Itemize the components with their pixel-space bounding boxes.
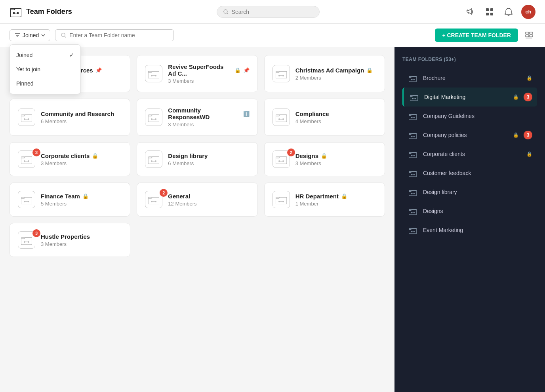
apps-grid-icon[interactable] — [483, 6, 496, 18]
card-info: Community ResponsesWD ℹ️ 3 Members — [168, 107, 249, 127]
panel-item[interactable]: Company Guidelines — [402, 107, 537, 126]
card-badge: 3 — [32, 148, 40, 156]
panel-lock-icon: 🔒 — [513, 132, 519, 138]
cards-area: Human Resources 📌 3 Members Revive Super… — [0, 47, 394, 392]
panel-item[interactable]: Event Marketing — [402, 221, 537, 240]
card-members: 2 Members — [295, 75, 377, 81]
svg-point-46 — [28, 160, 29, 162]
panel-item[interactable]: Designs — [402, 202, 537, 221]
card-title: Community and Research — [41, 110, 122, 117]
megaphone-icon[interactable] — [464, 6, 477, 18]
svg-point-37 — [151, 118, 152, 120]
card-folder-icon — [145, 65, 162, 82]
card-title: Corporate clients 🔒 — [41, 152, 122, 159]
card-folder-icon — [18, 191, 35, 208]
dropdown-item-yet-to-join[interactable]: Yet to join — [10, 62, 80, 76]
search-icon — [223, 9, 229, 15]
panel-folder-icon — [407, 72, 418, 84]
panel-items-list: Brochure 🔒 Digital Marketing 🔒 3 — [402, 69, 537, 240]
panel-item-label: Corporate clients — [423, 151, 522, 157]
panel-item[interactable]: Corporate clients 🔒 — [402, 145, 537, 164]
svg-point-101 — [411, 212, 412, 213]
team-folder-card[interactable]: Community and Research 6 Members — [10, 99, 130, 136]
header: Team Folders — [0, 0, 545, 24]
team-folder-card[interactable]: Finance Team 🔒 5 Members — [10, 183, 130, 217]
svg-point-61 — [151, 201, 152, 202]
panel-badge: 3 — [524, 93, 532, 101]
card-folder-icon: 3 — [18, 150, 35, 168]
panel-item[interactable]: Brochure 🔒 — [402, 69, 537, 88]
filter-dropdown: Joined ✓ Yet to join Pinned — [10, 44, 81, 94]
svg-point-38 — [155, 118, 156, 120]
panel-item-label: Designs — [423, 208, 532, 214]
header-search — [217, 6, 320, 18]
folder-search-input[interactable] — [69, 32, 168, 38]
svg-point-1 — [13, 12, 15, 14]
card-info: Finance Team 🔒 5 Members — [41, 193, 122, 207]
panel-badge: 3 — [524, 131, 532, 139]
team-folder-card[interactable]: 2 Designs 🔒 3 Members — [264, 142, 385, 176]
notifications-icon[interactable] — [502, 6, 515, 18]
panel-lock-icon: 🔒 — [513, 94, 519, 100]
team-folder-card[interactable]: Compliance 4 Members — [264, 99, 385, 136]
svg-point-58 — [28, 201, 29, 202]
svg-point-53 — [278, 160, 280, 162]
svg-point-82 — [414, 117, 415, 118]
header-actions: ch — [464, 5, 535, 19]
card-info: General 12 Members — [168, 193, 249, 207]
view-toggle-button[interactable] — [523, 29, 535, 42]
create-team-folder-button[interactable]: + CREATE TEAM FOLDER — [435, 29, 518, 42]
team-folder-card[interactable]: Revive SuperFoods Ad C... 🔒📌 3 Members — [137, 55, 257, 92]
panel-lock-icon: 🔒 — [526, 151, 532, 157]
dropdown-item-joined[interactable]: Joined ✓ — [10, 48, 80, 62]
team-folders-icon — [10, 6, 22, 18]
dropdown-item-pinned[interactable]: Pinned — [10, 76, 80, 91]
lock-icon: 🔒 — [234, 67, 241, 73]
panel-item[interactable]: Design library — [402, 183, 537, 202]
svg-rect-6 — [486, 8, 489, 11]
svg-point-66 — [282, 201, 284, 202]
card-title: Community ResponsesWD ℹ️ — [168, 107, 249, 120]
filter-button[interactable]: Joined — [10, 29, 50, 41]
panel-item[interactable]: Digital Marketing 🔒 3 — [402, 88, 537, 107]
svg-point-93 — [411, 174, 412, 175]
avatar[interactable]: ch — [521, 5, 535, 19]
team-folder-card[interactable]: 3 Corporate clients 🔒 3 Members — [10, 142, 130, 176]
svg-point-2 — [17, 12, 19, 14]
team-folder-card[interactable]: HR Department 🔒 1 Member — [264, 183, 385, 217]
global-search-input[interactable] — [232, 9, 313, 15]
folder-search-bar[interactable] — [55, 29, 174, 41]
panel-folder-icon — [407, 129, 418, 141]
svg-point-33 — [24, 118, 25, 120]
panel-item[interactable]: Company policies 🔒 3 — [402, 126, 537, 145]
card-badge: 2 — [287, 148, 295, 156]
svg-point-90 — [414, 155, 415, 156]
card-title: Hustle Properties — [41, 233, 122, 240]
panel-item-label: Design library — [423, 189, 532, 195]
svg-point-65 — [278, 201, 280, 202]
card-title: Designs 🔒 — [295, 152, 377, 159]
card-title: Compliance — [295, 110, 377, 117]
lock-icon: 🔒 — [82, 193, 89, 199]
panel-folder-icon — [407, 167, 418, 179]
svg-point-74 — [414, 79, 415, 80]
pin-icon: 📌 — [95, 67, 102, 73]
lock-icon: 🔒 — [321, 153, 327, 159]
svg-line-5 — [227, 13, 228, 14]
search-icon — [61, 32, 66, 38]
svg-rect-8 — [486, 13, 489, 15]
panel-folder-icon — [407, 186, 418, 198]
check-icon: ✓ — [69, 52, 74, 58]
team-folder-card[interactable]: 2 General 12 Members — [137, 183, 257, 217]
team-folder-card[interactable]: Christmas Ad Campaign 🔒 2 Members — [264, 55, 385, 92]
card-folder-icon — [18, 108, 35, 126]
svg-point-45 — [24, 160, 25, 162]
team-folder-card[interactable]: 3 Hustle Properties 3 Members — [10, 223, 130, 257]
panel-item[interactable]: Customer feedback — [402, 164, 537, 183]
svg-point-89 — [411, 155, 412, 156]
team-folder-card[interactable]: Community ResponsesWD ℹ️ 3 Members — [137, 99, 257, 136]
svg-point-78 — [415, 98, 416, 99]
team-folder-card[interactable]: Design library 6 Members — [137, 142, 257, 176]
panel-folder-icon — [407, 148, 418, 160]
global-search-bar[interactable] — [217, 6, 320, 18]
